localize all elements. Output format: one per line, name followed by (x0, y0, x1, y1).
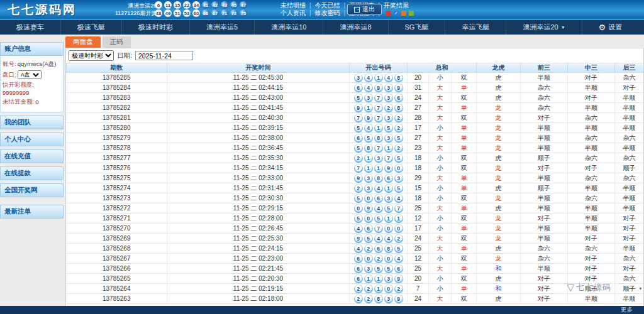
number-ball: 8 (374, 174, 383, 183)
cell-time: 11-25 二 02:38:00 (167, 133, 350, 143)
cell-back3: 半顺 (615, 113, 644, 123)
date-input[interactable] (135, 51, 193, 60)
tab-active[interactable]: 两面盘 (65, 36, 101, 48)
cell-dragon-tiger: 龙 (477, 193, 521, 203)
cell-front3: 半顺 (521, 123, 568, 133)
cell-back3: 半顺 (615, 183, 644, 193)
cell-sum: 24 (408, 234, 429, 244)
cell-middle3: 杂六 (568, 244, 615, 254)
sidebar-item[interactable]: 全国开奖网 (0, 183, 64, 197)
latest-draw-balls: 6111522344142434547 48495153606667717275 (119, 1, 247, 18)
cell-dragon-tiger: 虎 (477, 274, 521, 284)
number-ball: 8 (374, 134, 383, 143)
sidebar-item[interactable]: 最新注单 (0, 205, 64, 219)
cell-size: 大 (429, 113, 452, 123)
cell-parity: 单 (452, 244, 477, 254)
top-link[interactable]: 未结明细 (280, 2, 306, 9)
theme-color-swatch[interactable] (409, 11, 414, 16)
number-ball: 0 (384, 224, 393, 233)
cell-dragon-tiger: 龙 (477, 113, 521, 123)
theme-color-swatch[interactable] (401, 11, 406, 16)
theme-color-swatch[interactable] (386, 11, 391, 16)
nav-item[interactable]: 幸运飞艇 (445, 20, 506, 35)
cell-time: 11-25 二 02:23:00 (167, 254, 350, 264)
logout-button[interactable]: 退出 (347, 4, 382, 15)
number-ball: 2 (354, 184, 363, 193)
cell-middle3: 杂六 (568, 173, 615, 183)
cell-back3: 顺子 (615, 163, 644, 173)
sidebar-item[interactable]: 在线充值 (0, 149, 64, 163)
link-separator: | (344, 9, 346, 17)
cell-parity: 单 (452, 133, 477, 143)
number-ball: 7 (394, 204, 403, 213)
cell-time: 11-25 二 02:40:30 (167, 113, 350, 123)
sidebar-item[interactable]: 我的团队 (0, 116, 64, 129)
top-link[interactable]: 个人资讯 (280, 9, 306, 17)
table-row: 1378526411-25 二 02:19:15221027小单和对子顺子顺子 (67, 284, 644, 294)
theme-color-swatch[interactable]: ✓ (394, 11, 399, 16)
nav-item[interactable]: 澳洲幸运5 (190, 20, 255, 35)
game-select[interactable]: 极速时时彩 (69, 50, 114, 61)
table-row: 1378527111-25 二 02:28:005051112小双龙对子半顺对子 (67, 214, 644, 224)
scroll-down-arrow[interactable]: ▼ (638, 286, 643, 291)
table-row: 1378527011-25 二 02:26:454670017小单龙半顺半顺对子 (67, 224, 644, 234)
number-ball: 1 (374, 73, 383, 82)
cell-dragon-tiger: 龙 (477, 214, 521, 224)
cell-size: 小 (429, 214, 452, 224)
top-link[interactable]: 今天已结 (315, 2, 340, 9)
cell-front3: 对子 (521, 113, 568, 123)
cell-parity: 单 (452, 173, 477, 183)
nav-item-dropdown[interactable]: 澳洲幸运20▼ (506, 20, 582, 35)
cell-parity: 双 (452, 113, 477, 123)
main-nav: 极速赛车极速飞艇极速时时彩澳洲幸运5澳洲幸运10澳洲幸运8SG飞艇幸运飞艇澳洲幸… (0, 19, 644, 35)
number-ball: 5 (354, 214, 363, 223)
link-separator: | (309, 2, 311, 9)
cell-numbers: 95442 (350, 234, 408, 244)
number-ball: 5 (354, 144, 363, 153)
number-ball: 3 (384, 134, 393, 143)
nav-item[interactable]: 极速时时彩 (122, 20, 190, 35)
cell-period: 13785280 (67, 123, 167, 133)
number-ball: 4 (364, 84, 373, 92)
cell-back3: 半顺 (615, 143, 644, 153)
number-ball: 4 (374, 184, 383, 193)
nav-item[interactable]: SG飞艇 (389, 20, 446, 35)
number-ball: 3 (384, 295, 393, 303)
number-ball: 6 (364, 224, 373, 233)
cell-numbers: 65835 (350, 133, 408, 143)
table-row: 1378528411-25 二 02:44:156493931大单虎杂六半顺对子 (67, 83, 644, 93)
top-link[interactable]: 开奖结果 (384, 2, 409, 9)
sidebar-item[interactable]: 个人中心 (0, 133, 64, 146)
cell-parity: 单 (452, 103, 477, 113)
plate-select[interactable]: A盘 (18, 70, 42, 79)
cell-time: 11-25 二 02:39:15 (167, 123, 350, 133)
cell-size: 小 (429, 163, 452, 173)
cell-dragon-tiger: 虎 (477, 203, 521, 214)
number-ball: 3 (384, 194, 393, 203)
cell-front3: 半顺 (521, 193, 568, 203)
tab-inactive[interactable]: 正码 (103, 36, 131, 48)
table-row: 1378526811-25 二 02:24:154268525大单虎杂六杂六半顺 (67, 244, 644, 254)
nav-item[interactable]: 澳洲幸运8 (323, 20, 388, 35)
cell-sum: 24 (408, 93, 429, 103)
cell-middle3: 对子 (568, 93, 615, 103)
draw-ball: 6 (155, 1, 162, 9)
cell-parity: 单 (452, 143, 477, 153)
table-row: 1378528511-25 二 02:45:303414820小双虎半顺对子杂六 (67, 73, 644, 83)
sidebar-account-header[interactable]: 账户信息 (0, 42, 64, 56)
nav-item[interactable]: 极速赛车 (0, 20, 61, 35)
number-ball: 2 (394, 284, 403, 293)
cell-front3: 半顺 (521, 73, 568, 83)
more-link[interactable]: 更多 (621, 306, 633, 314)
sidebar-item[interactable]: 在线提款 (0, 166, 64, 180)
nav-item-settings[interactable]: ⚙设置 (582, 20, 639, 35)
cell-dragon-tiger: 和 (477, 284, 521, 294)
cell-middle3: 对子 (568, 264, 615, 274)
cell-parity: 双 (452, 153, 477, 163)
number-ball: 1 (364, 164, 373, 173)
top-link[interactable]: 修改密码 (315, 9, 340, 17)
nav-item[interactable]: 澳洲幸运10 (255, 20, 323, 35)
cell-parity: 单 (452, 224, 477, 234)
number-ball: 3 (364, 264, 373, 273)
nav-item[interactable]: 极速飞艇 (61, 20, 122, 35)
